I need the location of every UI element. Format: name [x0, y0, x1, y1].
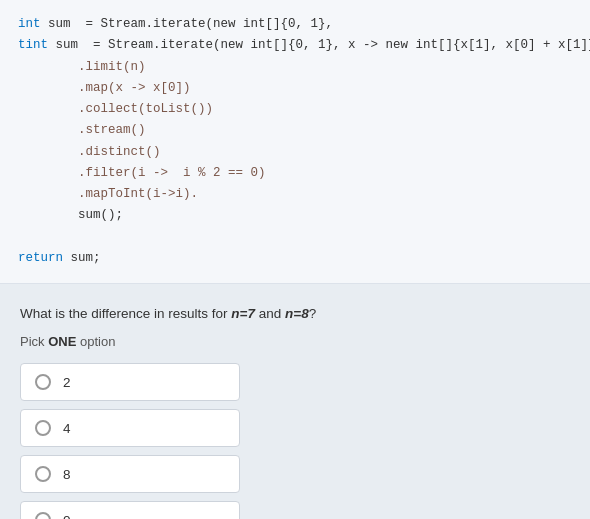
code-text	[18, 123, 78, 137]
code-text: sum = Stream.iterate(new int[]{0, 1},	[41, 17, 334, 31]
option-label-8: 8	[63, 467, 71, 482]
method-collect: .collect(toList())	[78, 102, 213, 116]
code-line-1: int sum = Stream.iterate(new int[]{0, 1}…	[18, 14, 572, 35]
method-distinct: .distinct()	[78, 145, 161, 159]
code-line-8: .filter(i -> i % 2 == 0)	[18, 163, 572, 184]
code-block: int sum = Stream.iterate(new int[]{0, 1}…	[0, 0, 590, 284]
option-2[interactable]: 2	[20, 363, 240, 401]
question-area: What is the difference in results for n=…	[0, 284, 590, 519]
code-line-2: tint sum = Stream.iterate(new int[]{0, 1…	[18, 35, 572, 56]
code-text: sum;	[63, 251, 101, 265]
code-text	[18, 81, 78, 95]
pick-label-pre: Pick	[20, 334, 48, 349]
method-stream: .stream()	[78, 123, 146, 137]
radio-4	[35, 420, 51, 436]
code-text	[18, 166, 78, 180]
code-line-11	[18, 227, 572, 248]
code-line-5: .collect(toList())	[18, 99, 572, 120]
radio-0	[35, 512, 51, 519]
radio-2	[35, 374, 51, 390]
pick-label-post: option	[76, 334, 115, 349]
pick-one-label: Pick ONE option	[20, 334, 570, 349]
question-text: What is the difference in results for n=…	[20, 304, 570, 324]
code-line-3: .limit(n)	[18, 57, 572, 78]
question-mid: and	[255, 306, 285, 321]
question-prefix: What is the difference in results for	[20, 306, 231, 321]
option-4[interactable]: 4	[20, 409, 240, 447]
code-text	[18, 145, 78, 159]
method-limit: .limit(n)	[78, 60, 146, 74]
question-post: ?	[309, 306, 317, 321]
option-label-0: 0	[63, 513, 71, 519]
pick-one-word: ONE	[48, 334, 76, 349]
code-text	[18, 187, 78, 201]
method-mapToInt: .mapToInt(i->i).	[78, 187, 198, 201]
code-line-10: sum();	[18, 205, 572, 226]
n8-value: n=8	[285, 306, 309, 321]
code-text: sum = Stream.iterate(new int[]{0, 1}, x …	[48, 38, 590, 52]
keyword-int: int	[18, 17, 41, 31]
keyword-tint: tint	[18, 38, 48, 52]
code-line-4: .map(x -> x[0])	[18, 78, 572, 99]
code-line-9: .mapToInt(i->i).	[18, 184, 572, 205]
code-text	[18, 60, 78, 74]
code-line-12: return sum;	[18, 248, 572, 269]
code-line-7: .distinct()	[18, 142, 572, 163]
n7-value: n=7	[231, 306, 255, 321]
code-text	[18, 102, 78, 116]
method-map: .map(x -> x[0])	[78, 81, 191, 95]
code-line-6: .stream()	[18, 120, 572, 141]
options-list: 248011	[20, 363, 570, 519]
radio-8	[35, 466, 51, 482]
option-label-4: 4	[63, 421, 71, 436]
code-text: sum();	[18, 208, 123, 222]
option-8[interactable]: 8	[20, 455, 240, 493]
option-label-2: 2	[63, 375, 71, 390]
option-0[interactable]: 0	[20, 501, 240, 519]
keyword-return: return	[18, 251, 63, 265]
method-filter: .filter(i -> i % 2 == 0)	[78, 166, 266, 180]
